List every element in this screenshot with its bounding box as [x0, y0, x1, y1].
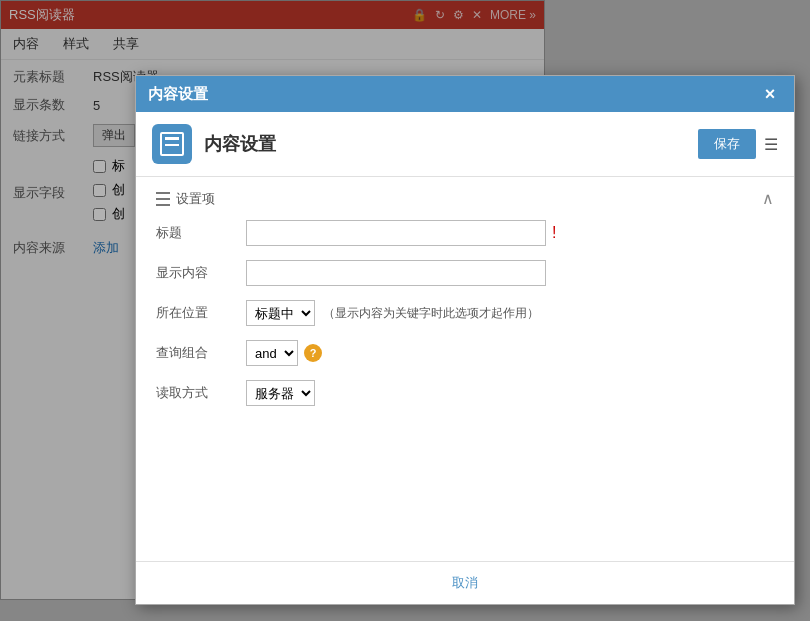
form-label-display: 显示内容: [156, 264, 246, 282]
modal-body: 设置项 ∧ 标题 ! 显示内容 所在位置 标题中 （显示内容为关键字时此选项才起…: [136, 177, 794, 561]
section-header-left: 设置项: [156, 190, 215, 208]
modal-menu-icon[interactable]: ☰: [764, 135, 778, 154]
help-icon[interactable]: ?: [304, 344, 322, 362]
form-label-query: 查询组合: [156, 344, 246, 362]
position-select[interactable]: 标题中: [246, 300, 315, 326]
form-row-query: 查询组合 and ?: [156, 340, 774, 366]
modal-dialog: 内容设置 × 内容设置 保存 ☰ 设置项 ∧ 标题 ! 显示内容: [135, 75, 795, 605]
modal-close-button[interactable]: ×: [758, 84, 782, 105]
read-select[interactable]: 服务器: [246, 380, 315, 406]
section-collapse-icon[interactable]: ∧: [762, 189, 774, 208]
section-label: 设置项: [176, 190, 215, 208]
form-label-title: 标题: [156, 224, 246, 242]
modal-icon: [152, 124, 192, 164]
form-label-position: 所在位置: [156, 304, 246, 322]
form-row-position: 所在位置 标题中 （显示内容为关键字时此选项才起作用）: [156, 300, 774, 326]
cancel-button[interactable]: 取消: [452, 574, 478, 592]
form-row-title: 标题 !: [156, 220, 774, 246]
form-label-read: 读取方式: [156, 384, 246, 402]
modal-footer: 取消: [136, 561, 794, 604]
modal-header-title: 内容设置: [204, 132, 698, 156]
required-mark: !: [552, 224, 556, 242]
modal-icon-inner: [160, 132, 184, 156]
save-button[interactable]: 保存: [698, 129, 756, 159]
modal-titlebar-title: 内容设置: [148, 85, 758, 104]
query-select[interactable]: and: [246, 340, 298, 366]
section-header: 设置项 ∧: [156, 189, 774, 208]
form-row-read: 读取方式 服务器: [156, 380, 774, 406]
modal-titlebar: 内容设置 ×: [136, 76, 794, 112]
position-hint: （显示内容为关键字时此选项才起作用）: [323, 305, 539, 322]
section-icon: [156, 192, 170, 206]
title-input[interactable]: [246, 220, 546, 246]
display-input[interactable]: [246, 260, 546, 286]
form-row-display: 显示内容: [156, 260, 774, 286]
modal-header: 内容设置 保存 ☰: [136, 112, 794, 177]
